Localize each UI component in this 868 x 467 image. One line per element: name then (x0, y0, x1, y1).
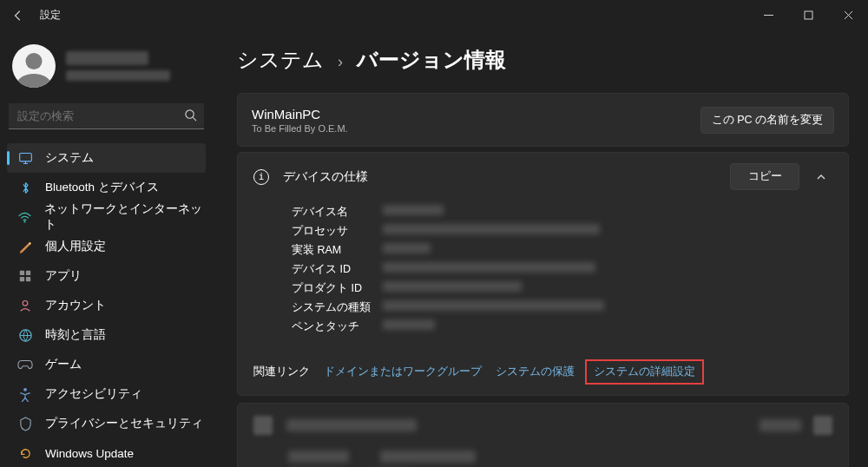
system-icon (17, 150, 33, 166)
nav-accessibility[interactable]: アクセシビリティ (7, 379, 206, 409)
redacted-value (383, 281, 522, 292)
redacted-value (383, 243, 431, 253)
chevron-icon (813, 416, 832, 435)
svg-rect-6 (20, 277, 24, 281)
sidebar: システム Bluetooth とデバイス ネットワークとインターネット 個人用設… (0, 30, 213, 467)
nav-label: Bluetooth とデバイス (45, 180, 159, 195)
link-domain-workgroup[interactable]: ドメインまたはワークグループ (324, 365, 482, 379)
close-button[interactable] (828, 0, 868, 30)
windows-spec-card[interactable] (237, 403, 849, 467)
related-links-row: 関連リンク ドメインまたはワークグループ システムの保護 システムの詳細設定 (238, 351, 848, 395)
link-advanced-system-settings[interactable]: システムの詳細設定 (594, 365, 695, 378)
gaming-icon (17, 357, 33, 372)
spec-label: システムの種類 (292, 300, 383, 315)
search-input[interactable] (9, 103, 204, 129)
accounts-icon (17, 298, 33, 313)
maximize-button[interactable] (788, 0, 828, 30)
svg-rect-0 (805, 11, 812, 19)
redacted-value (383, 224, 600, 234)
svg-rect-2 (19, 153, 31, 161)
spec-list: デバイス名 プロセッサ 実装 RAM デバイス ID プロダクト ID システム… (238, 195, 848, 351)
related-label: 関連リンク (253, 365, 310, 379)
link-system-protection[interactable]: システムの保護 (496, 365, 575, 379)
highlight-box: システムの詳細設定 (585, 359, 704, 385)
user-block[interactable] (7, 36, 206, 103)
nav-apps[interactable]: アプリ (7, 261, 206, 291)
info-icon: i (253, 169, 269, 185)
svg-rect-5 (26, 271, 30, 275)
nav-label: 個人用設定 (45, 239, 106, 254)
copy-button[interactable]: コピー (730, 163, 799, 190)
redacted-label (288, 451, 349, 463)
apps-icon (17, 268, 33, 284)
nav-label: アカウント (45, 298, 106, 313)
bluetooth-icon (17, 180, 33, 195)
redacted-button (760, 419, 801, 431)
nav-system[interactable]: システム (7, 143, 206, 173)
personalization-icon (17, 239, 33, 254)
breadcrumb: システム › バージョン情報 (237, 46, 849, 74)
nav-label: アクセシビリティ (45, 386, 142, 402)
nav-gaming[interactable]: ゲーム (7, 350, 206, 379)
minimize-button[interactable] (748, 0, 788, 30)
nav-network[interactable]: ネットワークとインターネット (7, 202, 206, 232)
nav-time-language[interactable]: 時刻と言語 (7, 320, 206, 350)
pc-name-card: WinMainPC To Be Filled By O.E.M. この PC の… (237, 93, 849, 147)
window-title: 設定 (40, 8, 61, 23)
nav-label: ゲーム (45, 357, 82, 372)
nav-label: アプリ (45, 268, 82, 284)
network-icon (17, 209, 32, 225)
pc-name: WinMainPC (252, 107, 348, 122)
svg-point-8 (23, 300, 28, 306)
nav-label: システム (45, 150, 94, 166)
breadcrumb-parent[interactable]: システム (237, 46, 324, 74)
spec-header-title: デバイスの仕様 (283, 169, 368, 185)
nav-label: プライバシーとセキュリティ (45, 416, 203, 431)
nav-windows-update[interactable]: Windows Update (7, 438, 206, 467)
privacy-icon (17, 416, 33, 431)
spec-label: 実装 RAM (292, 243, 383, 258)
windows-icon (253, 416, 273, 435)
chevron-right-icon: › (338, 53, 343, 71)
redacted-value (383, 205, 444, 215)
nav-privacy[interactable]: プライバシーとセキュリティ (7, 409, 206, 438)
content-area: システム › バージョン情報 WinMainPC To Be Filled By… (213, 30, 868, 467)
redacted-value (383, 319, 435, 330)
spec-label: プロセッサ (292, 224, 383, 239)
svg-point-1 (186, 110, 194, 118)
device-spec-card: i デバイスの仕様 コピー デバイス名 プロセッサ 実装 RAM デバイス ID… (237, 152, 849, 396)
nav-accounts[interactable]: アカウント (7, 291, 206, 320)
collapse-button[interactable] (808, 164, 834, 190)
spec-label: ペンとタッチ (292, 319, 383, 334)
search-icon (184, 109, 197, 124)
redacted-title (286, 419, 417, 431)
back-button[interactable] (9, 6, 28, 25)
nav-label: 時刻と言語 (45, 327, 106, 343)
window-controls (748, 0, 868, 30)
svg-point-10 (23, 387, 27, 391)
nav-label: ネットワークとインターネット (44, 201, 206, 233)
nav-personalization[interactable]: 個人用設定 (7, 232, 206, 261)
spec-label: プロダクト ID (292, 281, 383, 296)
rename-pc-button[interactable]: この PC の名前を変更 (700, 107, 834, 134)
redacted-value (383, 300, 604, 311)
avatar (12, 44, 56, 88)
breadcrumb-current: バージョン情報 (357, 46, 506, 74)
redacted-value (383, 262, 595, 273)
nav-label: Windows Update (45, 447, 134, 460)
time-icon (17, 327, 33, 343)
svg-rect-7 (26, 277, 30, 281)
update-icon (17, 445, 33, 461)
pc-oem: To Be Filled By O.E.M. (252, 123, 348, 134)
user-name-redacted (66, 51, 170, 81)
title-bar: 設定 (0, 0, 868, 30)
spec-label: デバイス名 (292, 205, 383, 220)
redacted-value (380, 451, 476, 463)
search-input-wrap (9, 103, 204, 129)
accessibility-icon (17, 386, 33, 402)
spec-label: デバイス ID (292, 262, 383, 277)
svg-point-3 (24, 220, 26, 222)
svg-rect-4 (20, 271, 24, 275)
nav-bluetooth[interactable]: Bluetooth とデバイス (7, 173, 206, 202)
